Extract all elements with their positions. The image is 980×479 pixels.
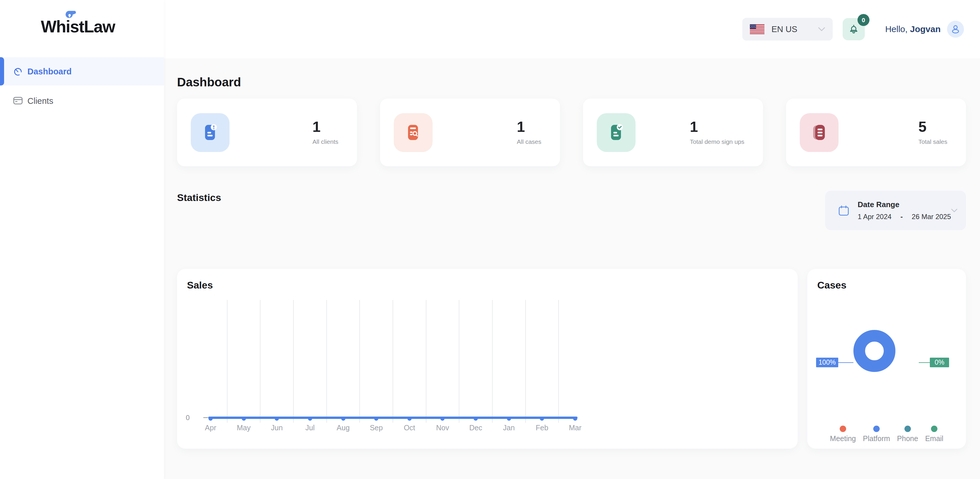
dashboard-speedometer-icon xyxy=(13,67,23,76)
file-check-icon xyxy=(606,123,626,142)
legend-dot xyxy=(931,426,937,432)
gridline xyxy=(360,300,360,423)
bell-icon xyxy=(848,23,859,35)
user-icon xyxy=(950,24,961,35)
notification-badge: 0 xyxy=(858,14,869,26)
stat-label: Total demo sign ups xyxy=(690,138,745,145)
brand-name: WhistLaw xyxy=(41,17,115,36)
stat-tile xyxy=(394,113,433,152)
legend-dot xyxy=(840,426,846,432)
legend-item[interactable]: Meeting xyxy=(830,426,856,443)
clients-card-icon xyxy=(13,97,23,105)
page-title: Dashboard xyxy=(177,75,966,90)
gridline xyxy=(293,300,294,423)
legend-item[interactable]: Email xyxy=(925,426,943,443)
x-axis-label: Apr xyxy=(197,423,224,432)
y-axis-tick-label: 0 xyxy=(186,414,189,422)
stat-value: 1 xyxy=(690,119,745,134)
date-range-end: 26 Mar 2025 xyxy=(912,213,951,221)
gridline xyxy=(492,300,493,423)
x-axis-label: May xyxy=(231,423,257,432)
active-indicator xyxy=(0,57,4,86)
avatar[interactable] xyxy=(947,21,964,38)
x-axis-label: Jan xyxy=(496,423,522,432)
stat-text: 1 Total demo sign ups xyxy=(690,119,745,145)
charts-row: Sales 0 AprMayJunJulAugSepOctNovDecJanFe… xyxy=(177,269,966,449)
donut-connector-right xyxy=(919,362,930,363)
chevron-down-icon xyxy=(818,27,825,32)
gridline xyxy=(525,300,526,423)
legend-label: Email xyxy=(925,434,943,443)
stat-text: 1 All clients xyxy=(312,119,338,145)
legend-label: Phone xyxy=(897,434,918,443)
sidebar-item-label: Dashboard xyxy=(27,67,72,76)
greeting: Hello, Jogvan xyxy=(885,24,940,34)
greeting-prefix: Hello, xyxy=(885,24,910,34)
calendar-icon xyxy=(838,204,850,218)
stat-tile xyxy=(191,113,229,152)
x-axis-label: Mar xyxy=(562,423,588,432)
sidebar-nav: Dashboard Clients xyxy=(0,57,164,112)
x-axis-label: Feb xyxy=(529,423,555,432)
sidebar-item-label: Clients xyxy=(27,96,53,106)
statistics-header-row: Statistics Date Range 1 Apr 2024 - 26 Ma… xyxy=(177,191,966,230)
stat-value: 1 xyxy=(312,119,338,134)
statistics-title: Statistics xyxy=(177,192,221,203)
legend-label: Meeting xyxy=(830,434,856,443)
stat-value: 5 xyxy=(918,119,947,134)
x-axis-label: Jun xyxy=(264,423,290,432)
cases-chart-card: Cases 100% 0% MeetingPlatformPhoneEmail xyxy=(807,269,966,449)
file-exclamation-icon xyxy=(200,123,220,142)
stat-cards-row: 1 All clients xyxy=(177,99,966,166)
date-range-picker[interactable]: Date Range 1 Apr 2024 - 26 Mar 2025 xyxy=(825,191,966,230)
whistle-icon xyxy=(65,10,77,19)
gridline xyxy=(227,300,228,423)
date-range-text: Date Range 1 Apr 2024 - 26 Mar 2025 xyxy=(858,200,951,221)
sidebar-item-clients[interactable]: Clients xyxy=(0,89,164,112)
x-axis-label: Nov xyxy=(430,423,456,432)
legend-item[interactable]: Phone xyxy=(897,426,918,443)
stat-value: 1 xyxy=(517,119,541,134)
x-axis-label: Sep xyxy=(363,423,390,432)
gridline xyxy=(260,300,261,423)
stat-label: All clients xyxy=(312,138,338,145)
stat-card-total-sales[interactable]: 5 Total sales xyxy=(786,99,966,166)
brand-logo[interactable]: WhistLaw xyxy=(41,17,126,36)
stat-tile xyxy=(800,113,838,152)
gridline xyxy=(393,300,393,423)
date-range-values: 1 Apr 2024 - 26 Mar 2025 xyxy=(858,213,951,221)
language-label: EN US xyxy=(772,24,797,34)
sidebar: WhistLaw Dashboard Clients xyxy=(0,0,164,479)
cases-legend: MeetingPlatformPhoneEmail xyxy=(807,426,966,443)
topbar: EN US 0 Hello, Jogvan xyxy=(164,0,980,58)
main-area: EN US 0 Hello, Jogvan xyxy=(164,0,980,479)
notifications-button[interactable]: 0 xyxy=(843,18,865,40)
cases-donut-chart: 100% 0% xyxy=(807,269,966,449)
donut-label-0: 0% xyxy=(930,358,949,367)
language-selector[interactable]: EN US xyxy=(742,18,833,41)
chevron-down-icon xyxy=(951,208,957,213)
us-flag-icon xyxy=(750,24,764,34)
donut-connector-left xyxy=(838,362,853,363)
gridline xyxy=(426,300,426,423)
gridline xyxy=(558,300,559,423)
gridline xyxy=(459,300,460,423)
sales-line-chart: 0 AprMayJunJulAugSepOctNovDecJanFebMar xyxy=(177,269,798,449)
stat-card-all-cases[interactable]: 1 All cases xyxy=(380,99,560,166)
y-axis-tick-mark xyxy=(203,417,208,418)
stat-tile xyxy=(597,113,636,152)
stat-card-all-clients[interactable]: 1 All clients xyxy=(177,99,357,166)
date-range-separator: - xyxy=(900,213,903,221)
legend-dot xyxy=(873,426,880,432)
gridline xyxy=(326,300,327,423)
stat-label: Total sales xyxy=(918,138,947,145)
sidebar-item-dashboard[interactable]: Dashboard xyxy=(0,57,164,86)
x-axis-label: Oct xyxy=(396,423,423,432)
legend-label: Platform xyxy=(863,434,890,443)
legend-item[interactable]: Platform xyxy=(863,426,890,443)
stat-label: All cases xyxy=(517,138,541,145)
legend-dot xyxy=(904,426,911,432)
app-root: WhistLaw Dashboard Clients xyxy=(0,0,980,479)
stat-card-demo-signups[interactable]: 1 Total demo sign ups xyxy=(583,99,763,166)
list-receipt-icon xyxy=(810,123,829,142)
